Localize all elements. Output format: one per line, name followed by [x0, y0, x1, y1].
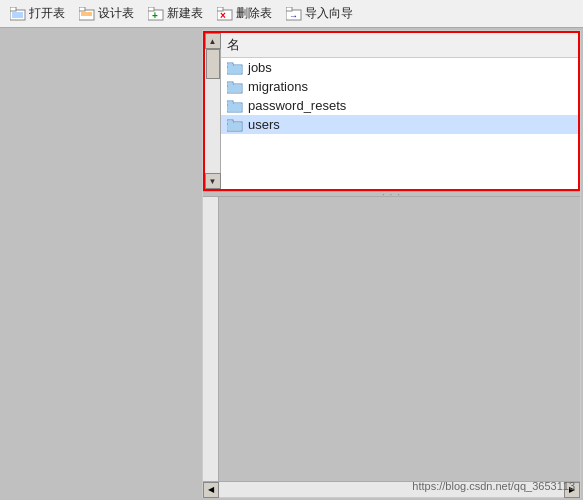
import-wizard-icon: → [286, 7, 302, 21]
table-row[interactable]: users [221, 115, 578, 134]
svg-rect-33 [228, 123, 241, 130]
lower-scroll [203, 197, 219, 481]
folder-icon [227, 61, 243, 75]
open-table-button[interactable]: 打开表 [4, 3, 71, 24]
table-row[interactable]: migrations [221, 77, 578, 96]
svg-text:×: × [220, 10, 226, 21]
folder-icon [227, 118, 243, 132]
svg-rect-6 [79, 7, 85, 11]
table-name: migrations [248, 79, 308, 94]
scroll-up-arrow[interactable]: ▲ [205, 33, 221, 49]
svg-rect-29 [228, 104, 241, 111]
folder-icon [227, 80, 243, 94]
right-panel: ▲ ▼ 名 [202, 30, 581, 498]
svg-rect-25 [228, 85, 241, 92]
open-table-icon [10, 7, 26, 21]
table-name: jobs [248, 60, 272, 75]
new-table-button[interactable]: + 新建表 [142, 3, 209, 24]
table-row[interactable]: password_resets [221, 96, 578, 115]
table-name: password_resets [248, 98, 346, 113]
import-wizard-button[interactable]: → 导入向导 [280, 3, 359, 24]
design-table-icon [79, 7, 95, 21]
vertical-scrollbar[interactable]: ▲ ▼ [205, 33, 221, 189]
design-table-button[interactable]: 设计表 [73, 3, 140, 24]
scroll-thumb[interactable] [206, 49, 220, 79]
scroll-down-arrow[interactable]: ▼ [205, 173, 221, 189]
svg-text:+: + [152, 10, 158, 21]
table-list-container: ▲ ▼ 名 [203, 31, 580, 191]
toolbar: 打开表 设计表 + 新建表 × 删除表 → 导入向导 [0, 0, 583, 28]
svg-text:→: → [289, 11, 298, 21]
table-list: 名 jobs [221, 33, 578, 189]
table-name: users [248, 117, 280, 132]
scroll-left-arrow[interactable]: ◀ [203, 482, 219, 498]
table-row[interactable]: jobs [221, 58, 578, 77]
svg-rect-21 [228, 66, 241, 73]
watermark: https://blog.csdn.net/qq_3653113 [412, 480, 575, 492]
delete-table-button[interactable]: × 删除表 [211, 3, 278, 24]
new-table-icon: + [148, 7, 164, 21]
folder-icon [227, 99, 243, 113]
left-panel [0, 28, 200, 500]
main-area: ▲ ▼ 名 [0, 28, 583, 500]
lower-content [219, 197, 580, 481]
lower-area [203, 197, 580, 481]
delete-table-icon: × [217, 7, 233, 21]
svg-rect-1 [10, 7, 16, 11]
scroll-track [205, 49, 220, 173]
table-column-header: 名 [221, 33, 578, 58]
